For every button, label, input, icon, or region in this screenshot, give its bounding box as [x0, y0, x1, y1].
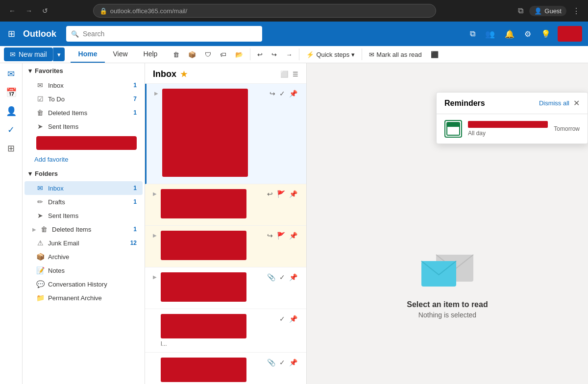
forward-action3-button[interactable]: ↪	[266, 231, 274, 240]
tab-view[interactable]: View	[105, 46, 135, 63]
window-snap-button[interactable]: ⧉	[467, 26, 478, 41]
favorites-chevron-icon: ▾	[28, 67, 32, 74]
redacted-content	[161, 314, 246, 338]
mail-item[interactable]: ▶ ↪ ✓ 📌	[145, 84, 306, 184]
new-mail-dropdown-button[interactable]: ▾	[53, 48, 65, 61]
tab-home[interactable]: Home	[71, 46, 105, 63]
new-mail-button[interactable]: ✉ New mail	[4, 48, 53, 61]
extensions-button[interactable]: ⧉	[516, 4, 525, 17]
attachment2-indicator: 📎	[266, 358, 276, 367]
sidebar-item-todo-fav[interactable]: ☑ To Do 7	[24, 92, 143, 106]
sidebar-item-sent[interactable]: ➤ Sent Items	[24, 209, 143, 222]
pin-action2-button[interactable]: 📌	[288, 189, 298, 199]
favorites-section-header[interactable]: ▾ Favorites	[23, 63, 145, 78]
item-expand-icon[interactable]: ▶	[153, 274, 157, 280]
mail-item-content	[161, 231, 262, 262]
archive-button[interactable]: 📦	[184, 49, 200, 60]
report-button[interactable]: 🛡	[201, 49, 215, 60]
undo2-button[interactable]: ↪	[268, 49, 281, 60]
settings-button[interactable]: ⚙	[521, 26, 534, 42]
dismiss-all-button[interactable]: Dismiss all	[539, 99, 569, 107]
rail-calendar-icon[interactable]: 📅	[2, 84, 20, 101]
inbox-star-icon[interactable]: ★	[180, 70, 187, 79]
lightbulb-button[interactable]: 💡	[538, 26, 554, 42]
address-bar[interactable]: 🔒 outlook.office365.com/mail/	[93, 4, 436, 18]
try-new-button[interactable]	[558, 26, 582, 42]
mail-list-header: Inbox ★ ⬜ ☰	[145, 63, 306, 84]
item-expand-icon[interactable]: ▶	[153, 191, 157, 196]
pin-action3-button[interactable]: 📌	[288, 231, 298, 240]
archive-folder-icon: 📦	[36, 253, 44, 261]
folders-chevron-icon: ▾	[28, 170, 32, 177]
complete-action2-button[interactable]: ✓	[278, 272, 286, 282]
item-expand-icon[interactable]: ▶	[153, 233, 157, 238]
move-button[interactable]: 📂	[231, 49, 247, 60]
calendar-body	[447, 127, 459, 135]
redacted-content	[161, 358, 246, 382]
forward-action2-button[interactable]: ↩	[266, 189, 274, 199]
rail-people-icon[interactable]: 👤	[2, 102, 20, 120]
mail-item[interactable]: ▶ l... ✓ 📌	[145, 309, 306, 353]
quick-steps-icon: ⚡	[306, 51, 314, 58]
sidebar-item-conv-history[interactable]: 💬 Conversation History	[24, 277, 143, 291]
deleted-fav-icon: 🗑	[36, 109, 44, 117]
complete-action4-button[interactable]: ✓	[278, 358, 286, 367]
undo-button[interactable]: ↩	[253, 49, 267, 60]
toolbar-separator-3	[362, 48, 362, 60]
tab-help[interactable]: Help	[136, 46, 166, 63]
tag-button[interactable]: 🏷	[216, 49, 230, 60]
search-input[interactable]	[83, 30, 257, 38]
back-button[interactable]: ←	[6, 5, 19, 17]
mail-item[interactable]: ▶ ↩ 🚩 📌	[145, 184, 306, 226]
guest-icon: 👤	[534, 7, 542, 15]
app-grid-button[interactable]: ⊞	[6, 26, 17, 41]
sidebar-item-junk[interactable]: ⚠ Junk Email 12	[24, 236, 143, 250]
rail-todo-icon[interactable]: ✓	[2, 121, 20, 139]
envelope-illustration	[420, 248, 474, 292]
mark-all-read-button[interactable]: ✉ Mark all as read	[365, 49, 425, 60]
pin-action5-button[interactable]: 📌	[288, 314, 298, 324]
forward-button[interactable]: →	[23, 5, 35, 17]
perm-archive-icon: 📁	[36, 294, 44, 302]
rail-apps-icon[interactable]: ⊞	[2, 140, 20, 157]
contact-button[interactable]: 👥	[482, 26, 498, 42]
app-logo: Outlook	[23, 29, 56, 39]
mail-item[interactable]: ▶ ↪ 🚩 📌	[145, 226, 306, 267]
bell-button[interactable]: 🔔	[502, 26, 517, 42]
pin-action-button[interactable]: 📌	[288, 89, 298, 98]
guest-profile-button[interactable]: 👤 Guest	[529, 6, 566, 16]
sidebar-item-sent-fav[interactable]: ➤ Sent Items	[24, 120, 143, 133]
delete-button[interactable]: 🗑	[169, 49, 183, 60]
complete-action-button[interactable]: ✓	[278, 89, 286, 98]
sidebar-item-perm-archive[interactable]: 📁 Permanent Archive	[24, 291, 143, 305]
pin-action4-button[interactable]: 📌	[288, 272, 298, 282]
filter-button[interactable]: ⬛	[427, 49, 442, 60]
forward-action-button[interactable]: ↪	[269, 89, 276, 98]
folders-section-header[interactable]: ▾ Folders	[23, 166, 145, 181]
sidebar-item-drafts[interactable]: ✏ Drafts 1	[24, 195, 143, 209]
sidebar-item-inbox-fav[interactable]: ✉ Inbox 1	[24, 78, 143, 92]
pin-action6-button[interactable]: 📌	[288, 358, 298, 367]
mail-item[interactable]: ▶ 📎 ✓ 📌	[145, 267, 306, 309]
flag-action-button[interactable]: 🚩	[276, 189, 286, 199]
sidebar-item-deleted[interactable]: ▶ 🗑 Deleted Items 1	[24, 222, 143, 236]
complete-action3-button[interactable]: ✓	[278, 314, 286, 324]
mail-item[interactable]: ▶ 📎 ✓ 📌	[145, 353, 306, 384]
quick-steps-button[interactable]: ⚡ Quick steps ▾	[302, 49, 359, 60]
sidebar-item-deleted-fav[interactable]: 🗑 Deleted Items 1	[24, 106, 143, 120]
mail-item-actions: ✓ 📌	[278, 314, 298, 324]
refresh-button[interactable]: ↺	[39, 5, 51, 17]
sidebar-item-inbox[interactable]: ✉ Inbox 1	[24, 181, 143, 195]
add-favorite-link[interactable]: Add favorite	[23, 153, 145, 166]
sidebar-item-notes[interactable]: 📝 Notes	[24, 264, 143, 277]
reminder-time-text: All day	[468, 130, 548, 137]
sidebar-item-archive[interactable]: 📦 Archive	[24, 250, 143, 264]
expand-collapse-button[interactable]: ⬜	[280, 71, 289, 78]
close-reminders-button[interactable]: ✕	[573, 98, 580, 108]
flag-action2-button[interactable]: 🚩	[276, 231, 286, 240]
browser-more-button[interactable]: ⋮	[570, 4, 582, 18]
sort-filter-button[interactable]: ☰	[293, 71, 298, 78]
item-expand-icon[interactable]: ▶	[154, 91, 158, 96]
forward-toolbar-button[interactable]: →	[282, 49, 296, 60]
rail-mail-icon[interactable]: ✉	[2, 65, 20, 83]
